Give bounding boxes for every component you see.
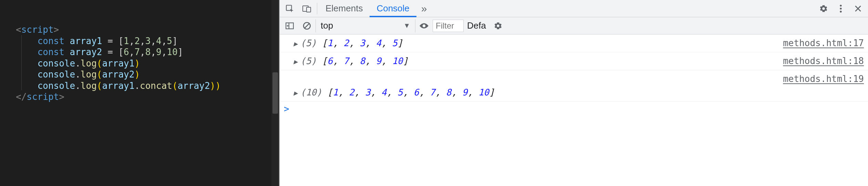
code-line[interactable]: </script> bbox=[16, 91, 279, 103]
code-editor[interactable]: <script> const array1 = [1,2,3,4,5] cons… bbox=[0, 0, 279, 186]
tabs-overflow-icon[interactable]: » bbox=[416, 0, 432, 17]
console-output[interactable]: ▶(5) [1, 2, 3, 4, 5]methods.html:17▶(5) … bbox=[280, 34, 868, 186]
device-toolbar-icon[interactable] bbox=[298, 0, 316, 17]
prompt-chevron-icon: > bbox=[284, 104, 289, 114]
log-content: ▶(5) [6, 7, 8, 9, 10] bbox=[293, 54, 776, 68]
tab-console[interactable]: Console bbox=[370, 0, 416, 17]
code-line[interactable]: const array1 = [1,2,3,4,5] bbox=[16, 35, 279, 47]
tab-elements[interactable]: Elements bbox=[319, 0, 370, 17]
settings-gear-icon[interactable] bbox=[815, 0, 832, 17]
kebab-menu-icon[interactable] bbox=[832, 0, 849, 17]
code-line[interactable]: console.log(array1.concat(array2)) bbox=[16, 80, 279, 92]
log-source-link[interactable]: methods.html:17 bbox=[783, 37, 864, 50]
console-prompt[interactable]: > bbox=[280, 102, 868, 116]
context-label: top bbox=[321, 20, 333, 31]
console-log-row[interactable]: methods.html:19▶(10) [1, 2, 3, 4, 5, 6, … bbox=[280, 70, 868, 102]
svg-point-4 bbox=[840, 8, 841, 9]
code-line[interactable]: const array2 = [6,7,8,9,10] bbox=[16, 46, 279, 58]
execution-context-select[interactable]: top ▼ bbox=[316, 19, 415, 32]
chevron-down-icon: ▼ bbox=[403, 22, 410, 30]
console-log-row[interactable]: ▶(5) [1, 2, 3, 4, 5]methods.html:17 bbox=[280, 34, 868, 52]
scrollbar-thumb[interactable] bbox=[272, 72, 278, 114]
log-content: ▶(5) [1, 2, 3, 4, 5] bbox=[293, 37, 776, 50]
console-sidebar-toggle-icon[interactable] bbox=[281, 17, 298, 34]
separator bbox=[317, 3, 317, 14]
log-content: ▶(10) [1, 2, 3, 4, 5, 6, 7, 8, 9, 10] bbox=[293, 86, 864, 99]
code-line[interactable]: console.log(array1) bbox=[16, 58, 279, 69]
log-source-link[interactable]: methods.html:18 bbox=[783, 54, 864, 68]
svg-point-3 bbox=[840, 4, 841, 6]
console-log-row[interactable]: ▶(5) [6, 7, 8, 9, 10]methods.html:18 bbox=[280, 52, 868, 70]
disclosure-triangle-icon[interactable]: ▶ bbox=[293, 56, 299, 67]
disclosure-triangle-icon[interactable]: ▶ bbox=[293, 88, 299, 98]
svg-rect-2 bbox=[307, 7, 311, 12]
console-settings-gear-icon[interactable] bbox=[489, 17, 507, 34]
devtools-panel: Elements Console » top ▼ Defa bbox=[279, 0, 868, 186]
console-toolbar: top ▼ Defa bbox=[280, 17, 868, 34]
log-levels-select[interactable]: Defa bbox=[464, 20, 489, 31]
live-expression-eye-icon[interactable] bbox=[415, 17, 433, 34]
svg-point-5 bbox=[840, 10, 841, 12]
code-line[interactable]: <script> bbox=[16, 24, 279, 35]
devtools-tabbar: Elements Console » bbox=[280, 0, 868, 17]
log-source-link[interactable]: methods.html:19 bbox=[783, 72, 864, 86]
filter-input[interactable] bbox=[433, 20, 464, 32]
indent-guide bbox=[21, 35, 22, 90]
disclosure-triangle-icon[interactable]: ▶ bbox=[293, 39, 299, 49]
inspect-element-icon[interactable] bbox=[281, 0, 298, 17]
code-line[interactable]: console.log(array2) bbox=[16, 69, 279, 80]
close-icon[interactable] bbox=[849, 0, 867, 17]
clear-console-icon[interactable] bbox=[298, 17, 316, 34]
